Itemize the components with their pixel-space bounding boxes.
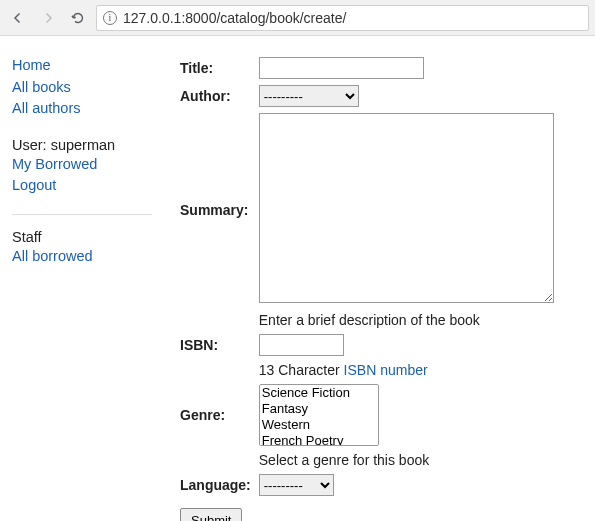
submit-button[interactable]: Submit [180,508,242,521]
sidebar-link-logout[interactable]: Logout [12,176,152,196]
sidebar-link-my-borrowed[interactable]: My Borrowed [12,155,152,175]
author-select[interactable]: --------- [259,85,359,107]
back-button[interactable] [6,6,30,30]
genre-label: Genre: [180,407,225,423]
isbn-label: ISBN: [180,337,218,353]
summary-help: Enter a brief description of the book [259,312,480,328]
sidebar-link-all-borrowed[interactable]: All borrowed [12,247,152,267]
sidebar-link-all-authors[interactable]: All authors [12,99,152,119]
isbn-help-link[interactable]: ISBN number [344,362,428,378]
genre-select[interactable]: Science Fiction Fantasy Western French P… [259,384,379,446]
url-text: 127.0.0.1:8000/catalog/book/create/ [123,10,346,26]
isbn-help-prefix: 13 Character [259,362,344,378]
forward-button[interactable] [36,6,60,30]
sidebar-user-label: User: superman [12,137,152,153]
sidebar-staff-label: Staff [12,229,152,245]
isbn-input[interactable] [259,334,344,356]
address-bar[interactable]: i 127.0.0.1:8000/catalog/book/create/ [96,5,589,31]
author-label: Author: [180,88,231,104]
sidebar: Home All books All authors User: superma… [12,54,152,521]
arrow-left-icon [9,9,27,27]
title-input[interactable] [259,57,424,79]
summary-textarea[interactable] [259,113,554,303]
sidebar-link-all-books[interactable]: All books [12,78,152,98]
reload-button[interactable] [66,6,90,30]
reload-icon [69,9,87,27]
language-select[interactable]: --------- [259,474,334,496]
sidebar-link-home[interactable]: Home [12,56,152,76]
title-label: Title: [180,60,213,76]
arrow-right-icon [39,9,57,27]
language-label: Language: [180,477,251,493]
browser-toolbar: i 127.0.0.1:8000/catalog/book/create/ [0,0,595,36]
summary-label: Summary: [180,202,248,218]
form-area: Title: Author: --------- Summary: Enter … [176,54,583,521]
genre-help: Select a genre for this book [259,452,429,468]
site-info-icon[interactable]: i [103,11,117,25]
sidebar-divider [12,214,152,215]
